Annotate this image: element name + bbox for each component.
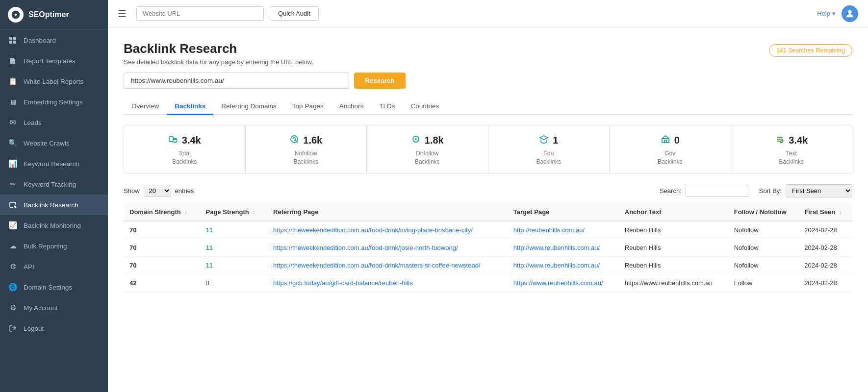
referring-page-cell: https://theweekendedition.com.au/food-dr… [267, 239, 508, 256]
main-area: ☰ Quick Audit Help ▾ Backlink Research S… [108, 0, 868, 392]
research-button[interactable]: Research [354, 73, 406, 89]
page-strength-cell: 11 [200, 256, 267, 274]
website-crawls-icon: 🔍 [8, 138, 18, 148]
logout-icon [8, 323, 18, 333]
sidebar-item-website-crawls[interactable]: 🔍 Website Crawls [0, 133, 108, 153]
search-label: Search: [660, 187, 682, 195]
table-search-input[interactable] [686, 185, 749, 197]
sidebar-item-bulk-reporting[interactable]: ☁ Bulk Reporting [0, 236, 108, 256]
sidebar-item-logout[interactable]: Logout [0, 318, 108, 339]
page-strength-cell: 0 [200, 274, 267, 292]
referring-page-link[interactable]: https://theweekendedition.com.au/food-dr… [273, 226, 473, 234]
col-domain-strength[interactable]: Domain Strength ↕ [124, 203, 200, 221]
table-controls: Show 102050100 entries Search: Sort By: … [124, 184, 852, 197]
sidebar-label-website-crawls: Website Crawls [24, 140, 70, 147]
tab-countries[interactable]: Countries [403, 98, 447, 115]
sidebar-label-backlink-monitoring: Backlink Monitoring [24, 222, 81, 229]
col-referring-page: Referring Page [267, 203, 508, 221]
tab-referring-domains[interactable]: Referring Domains [213, 98, 284, 115]
domain-strength-cell: 42 [124, 274, 200, 292]
help-button[interactable]: Help ▾ [817, 10, 836, 17]
domain-strength-cell: 70 [124, 221, 200, 239]
sidebar-label-embedding-settings: Embedding Settings [24, 98, 83, 106]
api-icon: ⚙ [8, 262, 18, 271]
sidebar-item-keyword-tracking[interactable]: ✏ Keyword Tracking [0, 174, 108, 195]
avatar[interactable] [842, 5, 858, 22]
content-area: Backlink Research See detailed backlink … [108, 27, 868, 392]
anchor-text-cell: Reuben Hills [619, 256, 728, 274]
first-seen-cell: 2024-02-28 [798, 239, 852, 256]
sidebar-label-keyword-tracking: Keyword Tracking [24, 181, 76, 188]
backlink-monitoring-icon: 📈 [8, 220, 18, 230]
text-backlinks-value: 3.4k [789, 135, 808, 146]
sidebar-label-dashboard: Dashboard [24, 37, 56, 44]
research-url-input[interactable] [124, 73, 349, 89]
backlinks-table: Domain Strength ↕Page Strength ↕Referrin… [124, 203, 852, 292]
target-page-link[interactable]: http://www.reubenhills.com.au/ [513, 244, 600, 251]
target-page-link[interactable]: http://reubenhills.com.au/ [513, 226, 585, 234]
referring-page-cell: https://theweekendedition.com.au/food-dr… [267, 221, 508, 239]
sidebar-item-dashboard[interactable]: Dashboard [0, 30, 108, 50]
total-backlinks-icon [168, 134, 178, 147]
sidebar-item-backlink-monitoring[interactable]: 📈 Backlink Monitoring [0, 215, 108, 236]
dofollow-backlinks-label: DofollowBacklinks [415, 149, 440, 166]
follow-nofollow-cell: Follow [728, 274, 799, 292]
sidebar-item-embedding-settings[interactable]: 🖥 Embedding Settings [0, 92, 108, 112]
sidebar-item-leads[interactable]: ✉ Leads [0, 112, 108, 133]
sort-icon: ↕ [253, 209, 255, 215]
sidebar-item-my-account[interactable]: ⚙ My Account [0, 297, 108, 318]
stat-gov-backlinks: 0 GovBacklinks [610, 125, 731, 173]
sidebar-item-api[interactable]: ⚙ API [0, 256, 108, 277]
hamburger-icon[interactable]: ☰ [118, 8, 127, 20]
stat-dofollow-backlinks: 1.8k DofollowBacklinks [367, 125, 488, 173]
target-page-cell: http://www.reubenhills.com.au/ [508, 239, 619, 256]
target-page-link[interactable]: http://www.reubenhills.com.au/ [513, 262, 600, 269]
sidebar-logo: SEOptimer [0, 0, 108, 30]
col-page-strength[interactable]: Page Strength ↕ [200, 203, 267, 221]
domain-strength-cell: 70 [124, 256, 200, 274]
first-seen-cell: 2024-02-28 [798, 256, 852, 274]
chevron-down-icon: ▾ [832, 10, 836, 17]
show-entries-select[interactable]: 102050100 [144, 185, 171, 197]
sidebar: SEOptimer Dashboard Report Templates 📋 W… [0, 0, 108, 392]
col-first-seen[interactable]: First Seen ↕ [798, 203, 852, 221]
keyword-research-icon: 📊 [8, 159, 18, 169]
referring-page-link[interactable]: https://gcb.today/au/gift-card-balance/r… [273, 279, 413, 287]
tab-top-pages[interactable]: Top Pages [284, 98, 332, 115]
sidebar-label-leads: Leads [24, 119, 42, 126]
quick-audit-button[interactable]: Quick Audit [270, 6, 319, 21]
sidebar-label-bulk-reporting: Bulk Reporting [24, 243, 67, 250]
dofollow-backlinks-icon [411, 134, 421, 147]
stat-total-backlinks: 3.4k TotalBacklinks [124, 125, 246, 173]
logo-text: SEOptimer [28, 10, 69, 19]
nofollow-backlinks-icon [289, 134, 299, 147]
tab-overview[interactable]: Overview [124, 98, 167, 115]
url-bar: Research [124, 73, 852, 89]
stat-nofollow-backlinks: 1.6k NofollowBacklinks [246, 125, 367, 173]
sidebar-item-keyword-research[interactable]: 📊 Keyword Research [0, 153, 108, 174]
gov-backlinks-label: GovBacklinks [658, 149, 683, 166]
dashboard-icon [8, 35, 18, 45]
tab-tlds[interactable]: TLDs [371, 98, 403, 115]
topbar-url-input[interactable] [136, 6, 264, 21]
first-seen-cell: 2024-02-28 [798, 274, 852, 292]
tab-anchors[interactable]: Anchors [332, 98, 372, 115]
sidebar-item-report-templates[interactable]: Report Templates [0, 50, 108, 71]
sidebar-item-white-label-reports[interactable]: 📋 White Label Reports [0, 71, 108, 92]
target-page-link[interactable]: https://www.reubenhills.com.au/ [513, 279, 603, 287]
nofollow-backlinks-label: NofollowBacklinks [293, 149, 318, 166]
target-page-cell: http://reubenhills.com.au/ [508, 221, 619, 239]
svg-point-12 [291, 136, 298, 143]
tab-backlinks[interactable]: Backlinks [167, 98, 213, 115]
referring-page-link[interactable]: https://theweekendedition.com.au/food-dr… [273, 244, 458, 251]
sidebar-item-domain-settings[interactable]: 🌐 Domain Settings [0, 277, 108, 297]
sidebar-item-backlink-research[interactable]: Backlink Research [0, 195, 108, 215]
dofollow-backlinks-value: 1.8k [425, 135, 444, 146]
col-anchor-text: Anchor Text [619, 203, 728, 221]
svg-rect-4 [9, 41, 12, 44]
sort-by-select[interactable]: First SeenDomain StrengthPage Strength [786, 184, 852, 197]
domain-strength-cell: 70 [124, 239, 200, 256]
col-target-page: Target Page [508, 203, 619, 221]
gov-backlinks-icon [661, 134, 670, 147]
referring-page-link[interactable]: https://theweekendedition.com.au/food-dr… [273, 262, 480, 269]
